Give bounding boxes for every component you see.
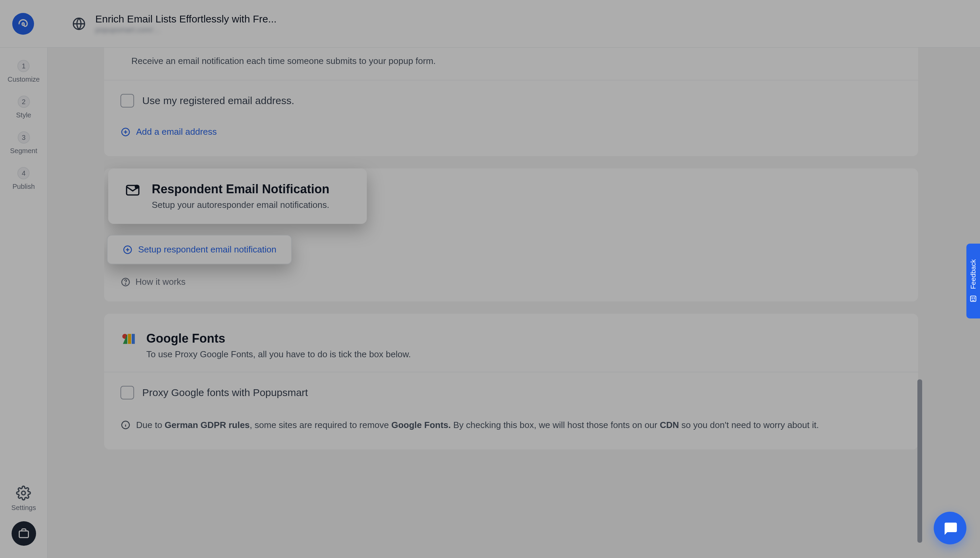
briefcase-button[interactable] [11,521,36,546]
plus-circle-icon [120,127,131,137]
step-customize[interactable]: 1 Customize [8,60,39,84]
svg-point-8 [125,284,126,284]
svg-rect-2 [19,531,28,538]
main-area: Receive an email notification each time … [104,48,980,558]
chat-button[interactable] [934,512,966,544]
info-circle-icon [120,420,131,430]
google-fonts-icon [120,332,135,346]
page-title: Enrich Email Lists Effortlessly with Fre… [95,13,277,25]
step-style[interactable]: 2 Style [16,95,31,119]
owner-notif-body: Receive an email notification each time … [104,48,918,80]
chat-icon [942,520,958,536]
svg-point-1 [22,491,26,495]
fonts-sub: To use Proxy Google Fonts, all you have … [146,349,411,359]
step-segment[interactable]: 3 Segment [10,131,37,155]
title-block: Enrich Email Lists Effortlessly with Fre… [95,13,277,34]
proxy-fonts-checkbox[interactable] [120,386,134,399]
fonts-title: Google Fonts [146,332,411,346]
respondent-sub: Setup your autoresponder email notificat… [152,200,329,210]
svg-point-5 [135,185,138,189]
settings-button[interactable]: Settings [11,486,36,512]
scrollbar[interactable] [918,48,922,558]
how-it-works-link[interactable]: How it works [104,264,918,302]
svg-rect-11 [132,334,135,344]
gdpr-notice: Due to German GDPR rules, some sites are… [104,419,918,450]
use-registered-email-label: Use my registered email address. [142,95,294,107]
add-email-address-link[interactable]: Add a email address [104,126,233,156]
logo-icon [17,18,29,30]
svg-rect-10 [128,334,131,344]
brand-logo[interactable] [12,13,34,35]
header-bar: Enrich Email Lists Effortlessly with Fre… [0,0,980,48]
briefcase-icon [18,527,30,540]
left-rail: 1 Customize 2 Style 3 Segment 4 Publish … [0,48,48,558]
svg-point-14 [972,298,972,299]
mail-icon [125,182,141,199]
respondent-header: Respondent Email Notification Setup your… [108,168,367,224]
respondent-title: Respondent Email Notification [152,182,329,196]
use-registered-email-checkbox[interactable] [120,94,134,108]
feedback-tab[interactable]: Feedback [966,244,980,318]
page-subtitle: popupsmart.com/… [95,26,277,34]
setup-respondent-button[interactable]: Setup respondent email notification [107,235,292,264]
plus-circle-icon [123,245,133,255]
respondent-notification-card: Respondent Email Notification Setup your… [104,168,918,302]
step-publish[interactable]: 4 Publish [13,167,35,190]
proxy-fonts-label: Proxy Google fonts with Popupsmart [142,387,308,399]
gear-icon [16,486,31,501]
globe-icon [71,16,87,32]
svg-point-15 [974,298,975,299]
smile-icon [969,295,977,303]
google-fonts-card: Google Fonts To use Proxy Google Fonts, … [104,314,918,450]
question-circle-icon [120,277,131,287]
owner-notification-card: Receive an email notification each time … [104,48,918,156]
